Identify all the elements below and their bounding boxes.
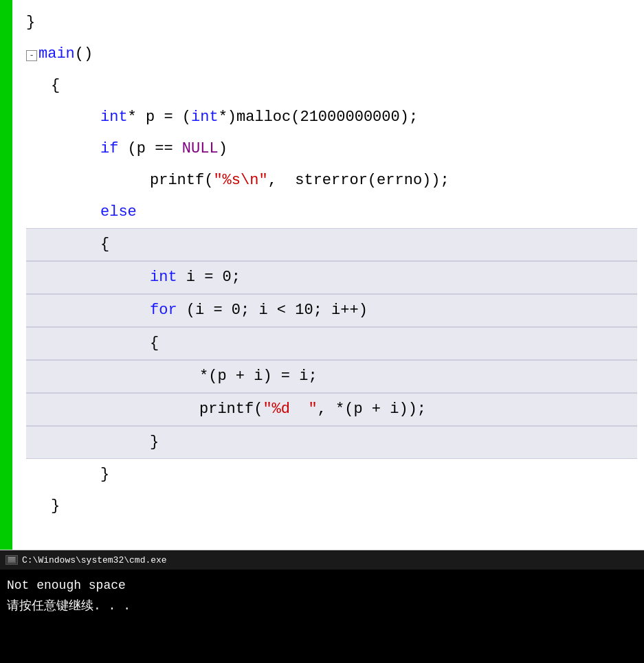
code-line-else: else [26, 196, 637, 228]
code-line-open-brace-2: { [26, 228, 637, 261]
terminal-body: Not enough space 请按任意键继续. . . [0, 570, 644, 622]
terminal-icon [5, 555, 18, 565]
code-line-for: for (i = 0; i < 10; i++) [26, 294, 637, 327]
svg-rect-1 [8, 557, 15, 559]
green-bar [0, 0, 12, 550]
terminal-line2: 请按任意键继续. . . [7, 596, 637, 616]
code-line-if: if (p == NULL) [26, 133, 637, 165]
collapse-icon[interactable]: - [26, 50, 37, 61]
code-line-open-brace-3: { [26, 327, 637, 360]
terminal-line1: Not enough space [7, 575, 637, 596]
code-line-open-brace-1: { [26, 70, 637, 102]
code-line-printf2: printf("%d ", *(p + i)); [26, 393, 637, 426]
terminal-title: C:\Windows\system32\cmd.exe [22, 555, 167, 565]
code-line-int-i: int i = 0; [26, 261, 637, 294]
terminal-titlebar: C:\Windows\system32\cmd.exe [0, 550, 644, 570]
code-line-assign: *(p + i) = i; [26, 360, 637, 393]
code-content: } -main() { int* p = (int*)malloc(210000… [12, 0, 644, 550]
code-line-printf1: printf("%s\n", strerror(errno)); [26, 165, 637, 196]
code-line-main: -main() [26, 38, 637, 70]
code-line-prev-close: } [26, 7, 637, 38]
terminal-area: C:\Windows\system32\cmd.exe Not enough s… [0, 550, 644, 663]
code-line-close-brace-3: } [26, 426, 637, 459]
code-editor: } -main() { int* p = (int*)malloc(210000… [0, 0, 644, 550]
svg-rect-2 [8, 559, 15, 560]
code-line-close-brace-1: } [26, 491, 637, 522]
code-line-int-p: int* p = (int*)malloc(21000000000); [26, 102, 637, 133]
svg-rect-3 [8, 561, 15, 561]
code-line-close-brace-2: } [26, 459, 637, 491]
